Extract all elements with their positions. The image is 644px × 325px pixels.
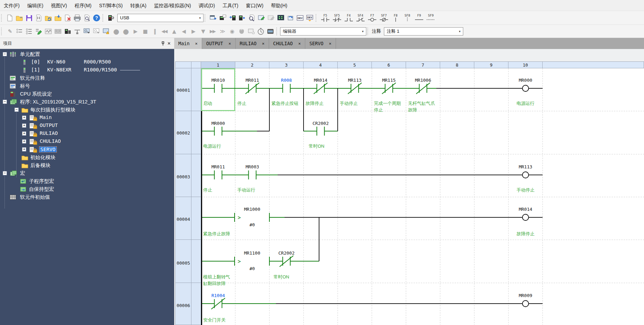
comment-edit-button[interactable] <box>34 27 43 36</box>
tree-item-init-module[interactable]: 初始化模块 <box>0 154 174 161</box>
device-label[interactable]: MR113 <box>339 78 370 83</box>
pause-scan-button[interactable] <box>237 27 246 36</box>
menu-convert[interactable]: 转换(A) <box>127 0 150 11</box>
device-label[interactable]: CR2002 <box>271 250 302 256</box>
tree-item-label[interactable]: 标号 <box>0 82 174 90</box>
device-label-relay[interactable]: R1004 <box>203 293 234 299</box>
expand-box[interactable]: + <box>22 124 26 128</box>
fkey-f5-contact-button[interactable]: F5 <box>319 13 331 23</box>
rung-number[interactable]: 00005 <box>175 260 191 267</box>
fkey-sf8-vline-delete-button[interactable]: SF8 <box>402 13 413 23</box>
trend-monitor-button[interactable] <box>43 27 53 36</box>
device-label[interactable]: CR2002 <box>305 121 336 127</box>
rung-number[interactable]: 00006 <box>175 303 191 309</box>
coil-label[interactable]: MR113 <box>510 164 541 170</box>
registration-monitor-button[interactable] <box>276 13 286 23</box>
stopwatch-button[interactable] <box>256 27 266 36</box>
pin-panel-button[interactable] <box>160 40 166 47</box>
toolbar-grip[interactable] <box>276 28 278 35</box>
connection-selector[interactable]: USB ▾ <box>117 14 204 22</box>
tree-item-module-servo[interactable]: + SERVO <box>0 146 174 154</box>
play-button[interactable]: ▶ <box>130 27 140 36</box>
tree-item-cpu-settings[interactable]: CPU 系统设定 <box>0 90 174 98</box>
menu-st-script[interactable]: ST/脚本(S) <box>95 0 126 11</box>
tree-item-selfhold-macro[interactable]: 自保持型宏 <box>0 185 174 193</box>
coil-mr014[interactable] <box>523 214 529 220</box>
menu-help[interactable]: 帮助(H) <box>267 0 291 11</box>
fkey-f9-hline-button[interactable]: F9 <box>413 13 425 23</box>
menu-edit[interactable]: 编辑(E) <box>23 0 47 11</box>
tree-item-program[interactable]: − 程序: XL_20191209_V15_R12_3T <box>0 98 174 106</box>
close-tab-icon[interactable]: ✕ <box>229 41 231 46</box>
tab-main[interactable]: Main✕ <box>174 38 202 49</box>
menu-file[interactable]: 文件(F) <box>0 0 23 11</box>
import-ladder-button[interactable] <box>53 13 63 23</box>
toolbar-grip[interactable] <box>205 14 207 22</box>
tab-output[interactable]: OUTPUT✕ <box>202 38 236 49</box>
delete-program-button[interactable] <box>63 13 72 23</box>
device-usage-list-button[interactable] <box>24 27 34 36</box>
fkey-sf7-coil-nc-button[interactable]: SF7 <box>378 13 390 23</box>
device-label[interactable]: MR1000 <box>237 207 268 213</box>
ladder-monitor-button[interactable] <box>53 27 63 36</box>
watch-window-button[interactable] <box>82 27 92 36</box>
tab-servo[interactable]: SERVO✕ <box>305 38 336 49</box>
coil-label[interactable]: MR014 <box>510 207 541 213</box>
device-comment-list-button[interactable] <box>14 27 24 36</box>
step-prev-button[interactable]: ◀ <box>179 27 188 36</box>
close-tab-icon[interactable]: ✕ <box>262 41 265 46</box>
tree-item-module-output[interactable]: + OUTPUT <box>0 122 174 130</box>
pause-button[interactable]: ‖ <box>150 27 159 36</box>
device-label[interactable]: MR1100 <box>237 250 268 256</box>
rung-number[interactable]: 00003 <box>175 174 191 180</box>
device-label-relay[interactable]: R008 <box>271 78 302 83</box>
close-tab-icon[interactable]: ✕ <box>195 41 198 46</box>
compare-operand[interactable]: #0 <box>237 266 268 272</box>
plc-comment-button[interactable] <box>218 13 228 23</box>
collapse-box[interactable]: − <box>3 100 7 104</box>
read-from-plc-button[interactable] <box>237 13 247 23</box>
tree-item-module-chuliao[interactable]: + CHULIAO <box>0 138 174 146</box>
step-next-button[interactable]: ▶ <box>188 27 198 36</box>
monitor-edit-button[interactable] <box>257 13 266 23</box>
monitor-edit-disabled-button[interactable] <box>266 13 276 23</box>
rung-number[interactable]: 00004 <box>175 217 191 223</box>
registration-window-button[interactable] <box>246 27 256 36</box>
menu-program[interactable]: 程序(M) <box>71 0 95 11</box>
expand-box[interactable]: + <box>22 147 26 151</box>
new-file-button[interactable] <box>5 13 14 23</box>
device-label[interactable]: MR1006 <box>408 78 439 83</box>
monitor-search-button[interactable] <box>247 13 257 23</box>
menu-view[interactable]: 视图(V) <box>47 0 71 11</box>
tree-item-unit-config[interactable]: − 单元配置 <box>0 50 174 58</box>
ladder-editor[interactable]: 1 2 3 4 5 6 7 8 9 10 <box>174 49 644 325</box>
collapse-box[interactable]: − <box>3 52 7 56</box>
toolbar-grip[interactable] <box>102 14 105 22</box>
device-label[interactable]: MR011 <box>203 164 234 170</box>
menu-window[interactable]: 窗口(W) <box>242 0 267 11</box>
coil-mr000[interactable] <box>523 85 529 91</box>
tree-item-module-ruliao[interactable]: + RULIAO <box>0 130 174 138</box>
branch-tool-button[interactable] <box>72 27 82 36</box>
coil-mr009[interactable] <box>523 301 529 307</box>
retransfer-button[interactable] <box>286 13 295 23</box>
print-preview-button[interactable] <box>82 13 92 23</box>
tree-item-device-comment[interactable]: 软元件注释 <box>0 74 174 82</box>
open-ladder-button[interactable] <box>43 13 53 23</box>
error-monitor-button[interactable] <box>101 27 111 36</box>
record-button[interactable]: ● <box>111 27 121 36</box>
help-button[interactable]: ? <box>92 13 101 23</box>
close-tab-icon[interactable]: ✕ <box>298 41 301 46</box>
menu-debug[interactable]: 调试(D) <box>195 0 219 11</box>
collapse-box[interactable]: − <box>3 171 7 175</box>
time-chart-button[interactable] <box>266 27 275 36</box>
breakpoint-button[interactable]: ◉ <box>227 27 237 36</box>
device-label[interactable]: MR014 <box>305 78 336 83</box>
close-panel-button[interactable]: ✕ <box>166 40 172 47</box>
transfer-monitor-button[interactable] <box>208 13 218 23</box>
device-label[interactable]: MR000 <box>203 121 234 127</box>
compare-operand[interactable]: #0 <box>237 222 268 228</box>
expand-box[interactable]: + <box>22 139 26 144</box>
plc-setup-button[interactable] <box>106 13 116 23</box>
toolbar-grip[interactable] <box>316 14 318 22</box>
